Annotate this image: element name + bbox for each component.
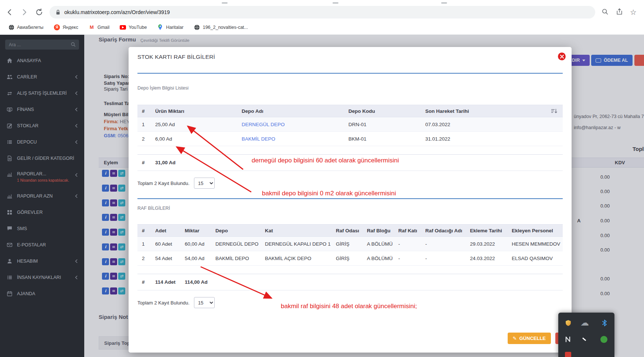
lock-icon [55,9,61,15]
totals-row: # 114 Adet 114,00 Ad [137,274,563,290]
tab-remnant [333,2,338,4]
annotation-text: bakmil depo bilgisini 0 m2 olarak güncel… [262,190,396,197]
share-icon[interactable] [616,8,623,17]
bookmark-label: Gmail [98,25,110,30]
shelf-level-cell: - [394,251,421,265]
quantity-cell: 25,00 Ad [151,117,237,131]
column-header: Ürün Miktarı [151,105,237,117]
n-logo-icon[interactable] [564,336,572,343]
refresh-button[interactable] [35,8,44,17]
table-row: 1 60 Adet 60,00 Ad DERNEGÜL DEPO DERNEGÜ… [137,237,563,251]
bookmark-item[interactable]: Я Яндекс [54,24,78,30]
depot-link[interactable]: DERNEGÜL DEPO [237,117,344,131]
bookmark-item[interactable]: Авиабилеты [8,24,44,30]
shield-icon[interactable] [565,319,572,327]
column-header: Ekleme Tarihi [466,225,507,236]
column-header: # [137,105,151,117]
block-cell: A BÖLÜMÜ [362,237,394,251]
column-header: Ekleyen Personel [507,225,563,236]
records-count: Toplam 2 Kayıt Bulundu. [137,181,190,186]
forward-button[interactable] [20,8,29,17]
count-cell: 60 Adet [151,237,180,251]
quantity-cell: 6,00 Ad [151,132,237,146]
youtube-favicon [120,24,126,30]
depot-code-cell: BKM-01 [344,132,421,146]
column-header: # [137,225,151,236]
totals-hash: # [137,274,151,290]
modal-close-button[interactable] [558,53,566,60]
column-header: Kat [260,225,331,236]
shelf-table: # Adet Miktar Depo Kat Raf Odası Raf Blo… [137,224,563,290]
room-cell: GİRİŞ [331,237,362,251]
row-index: 1 [137,117,151,131]
count-cell: 54 Adet [151,251,180,265]
yandex-favicon: Я [54,24,60,30]
depot-code-cell: DRN-01 [344,117,421,131]
page-size-select[interactable]: 15 [194,297,215,308]
url-bar[interactable]: okuklu.matrixotoerp.com/azn/Order/view/3… [50,6,595,18]
depot-link[interactable]: BAKMİL DEPO [237,132,344,146]
globe-favicon [8,24,14,30]
shelf-slot-cell: - [421,251,466,265]
table-row: 2 54 Adet 54,00 Ad BAKMİL DEPO BAKMİL AÇ… [137,251,563,266]
column-header: Son Hareket Tarihi [421,105,547,117]
depot-cell: BAKMİL DEPO [211,251,260,265]
bookmark-item[interactable]: M Gmail [89,24,110,30]
bookmark-item[interactable]: 196_2_novalties-cat... [194,24,248,30]
column-header: Adet [151,225,180,236]
shelf-level-cell: - [394,237,421,251]
shelf-table-header: # Adet Miktar Depo Kat Raf Odası Raf Blo… [137,224,563,237]
person-cell: HESEN MEMMEDOV [507,237,563,251]
section-divider [137,198,563,199]
globe-favicon [194,24,200,30]
totals-quantity: 114,00 Ad [180,274,211,290]
bookmark-label: 196_2_novalties-cat... [203,25,248,30]
depot-table-header: # Ürün Miktarı Depo Adı Depo Kodu Son Ha… [137,105,563,117]
block-cell: A BÖLÜMÜ [362,251,394,265]
close-icon [560,55,564,58]
row-index: 2 [137,132,151,146]
back-button[interactable] [5,8,14,17]
tab-strip [0,0,644,4]
url-text: okuklu.matrixotoerp.com/azn/Order/view/3… [64,9,170,15]
bookmark-label: Авиабилеты [17,25,44,30]
bookmark-label: Яндекс [63,25,78,30]
browser-chrome: okuklu.matrixotoerp.com/azn/Order/view/3… [0,0,644,35]
bluetooth-icon[interactable] [601,319,608,327]
depot-cell: DERNEGÜL DEPO [211,237,260,251]
date-cell: 31.01.2022 [421,132,547,146]
column-header: Raf Odacığı Adı [421,225,466,236]
records-count: Toplam 2 Kayıt Bulundu. [137,300,190,306]
red-app-icon-2[interactable] [565,352,571,357]
bookmark-label: Haritalar [166,25,183,30]
table-row: 1 25,00 Ad DERNEGÜL DEPO DRN-01 07.03.20… [137,117,563,132]
totals-count: 114 Adet [151,274,180,290]
update-button[interactable]: ✎GÜNCELLE [508,333,551,344]
depot-section-title: Depo İşlem Bilgisi Listesi [137,85,563,91]
sort-icon[interactable] [547,105,563,117]
date-cell: 29.03.2022 [466,237,507,251]
gmail-favicon: M [89,24,95,30]
bookmark-star-icon[interactable]: ☆ [630,9,637,16]
quantity-cell: 54,00 Ad [180,251,211,265]
column-header: Depo Adı [237,105,344,117]
browser-toolbar: okuklu.matrixotoerp.com/azn/Order/view/3… [0,4,644,20]
column-header: Raf Katı [394,225,421,236]
date-cell: 24.03.2022 [466,251,507,265]
page-size-select[interactable]: 15 [194,178,215,189]
row-index: 1 [137,237,151,251]
annotation-text: dernegül depo bilgisini 60 adet olarak g… [252,157,399,164]
green-app-icon[interactable] [600,336,607,343]
row-index: 2 [137,251,151,265]
table-row: 2 6,00 Ad BAKMİL DEPO BKM-01 31.01.2022 [137,132,563,146]
zoom-icon[interactable] [601,8,609,17]
tab-remnant [441,2,447,4]
quantity-cell: 60,00 Ad [180,237,211,251]
bookmark-item[interactable]: YouTube [120,24,147,30]
room-cell: GİRİŞ [331,251,362,265]
bookmark-item[interactable]: Haritalar [157,24,183,30]
section-divider [137,73,563,74]
shelf-slot-cell: - [421,237,466,251]
date-cell: 07.03.2022 [421,117,547,131]
cloud-icon[interactable]: ☁ [580,319,589,327]
